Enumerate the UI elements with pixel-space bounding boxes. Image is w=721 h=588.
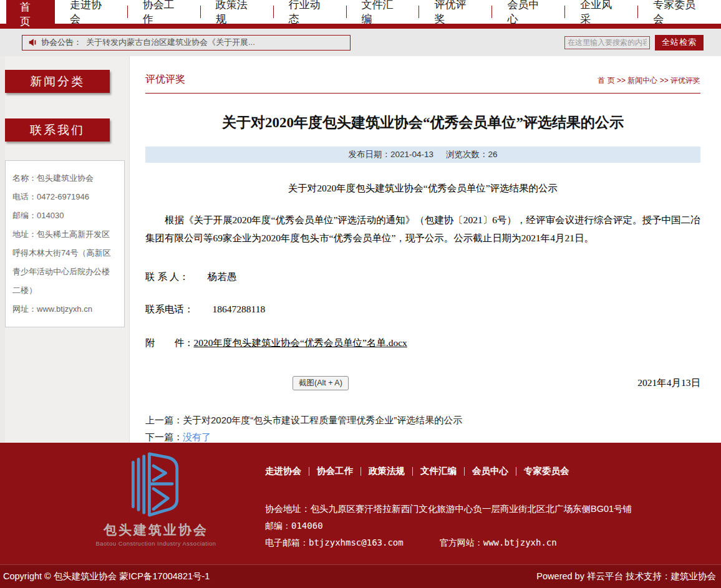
nav-item-industry-news[interactable]: 行业动态	[274, 0, 346, 24]
footer-email: btjzyxhmsc@163.com	[309, 537, 404, 547]
article-meta-bar: 发布日期：2021-04-13 浏览次数：26	[145, 147, 700, 163]
next-label: 下一篇：	[145, 431, 183, 442]
section-title: 评优评奖	[145, 73, 185, 86]
footer-link-association-work[interactable]: 协会工作	[317, 465, 353, 477]
footer-contact-line: 电子邮箱：btjzyxhmsc@163.com官方网站：www.btjzyxh.…	[265, 537, 708, 549]
footer-site-label: 官方网站：	[440, 537, 483, 547]
contact-phone-line: 联系电话：18647288118	[145, 303, 700, 316]
contact-phone-value: 18647288118	[213, 304, 266, 314]
footer-site: www.btjzyxh.cn	[483, 537, 557, 547]
article-body-heading: 关于对2020年度包头建筑业协会“优秀会员单位”评选结果的公示	[145, 182, 700, 195]
footer-link-separator	[516, 467, 516, 476]
footer-link-separator	[412, 467, 413, 476]
footer-info: 走进协会 协会工作 政策法规 文件汇编 会员中心 专家委员会 协会地址：包头九原…	[265, 465, 708, 549]
contact-name: 名称：包头建筑业协会	[12, 169, 117, 188]
contact-info-card: 名称：包头建筑业协会 电话：0472-6971946 邮编：014030 地址：…	[5, 160, 125, 327]
announcement-ticker[interactable]: 协会公告： 关于转发内蒙古自治区建筑业协会《关于开展...	[22, 35, 351, 51]
sidebar: 新闻分类 联系我们 名称：包头建筑业协会 电话：0472-6971946 邮编：…	[5, 56, 130, 443]
attachment-line: 附 件：2020年度包头建筑业协会“优秀会员单位”名单.docx	[145, 337, 700, 350]
nav-item-policies[interactable]: 政策法规	[201, 0, 273, 24]
nav-item-documents[interactable]: 文件汇编	[347, 0, 419, 24]
nav-item-enterprise-style[interactable]: 企业风采	[565, 0, 637, 24]
contact-phone-label: 联系电话：	[145, 304, 194, 314]
article-sign-date: 2021年4月13日	[637, 377, 700, 390]
footer-logo-subtitle: Baotou Construction Industry Association	[94, 540, 218, 547]
previous-article-link[interactable]: 关于对2020年度“包头市建设工程质量管理优秀企业”评选结果的公示	[183, 415, 462, 425]
contact-person-line: 联 系 人：杨若愚	[145, 271, 700, 284]
nav-item-member-center[interactable]: 会员中心	[492, 0, 564, 24]
left-gutter	[0, 56, 5, 443]
content-area: 新闻分类 联系我们 名称：包头建筑业协会 电话：0472-6971946 邮编：…	[0, 56, 721, 443]
nav-item-about[interactable]: 走进协会	[55, 0, 127, 24]
footer-logo: 包头建筑业协会 Baotou Construction Industry Ass…	[94, 450, 218, 547]
previous-article-line: 上一篇：关于对2020年度“包头市建设工程质量管理优秀企业”评选结果的公示	[145, 412, 700, 428]
sidebar-contact-button[interactable]: 联系我们	[5, 118, 110, 142]
footer-link-expert-committee[interactable]: 专家委员会	[524, 465, 569, 477]
attachment-link[interactable]: 2020年度包头建筑业协会“优秀会员单位”名单.docx	[194, 337, 407, 348]
view-count: 浏览次数：26	[446, 149, 498, 160]
site-search-button[interactable]: 全站检索	[655, 35, 704, 51]
main-menu: 首页 走进协会 协会工作 政策法规 行业动态 文件汇编 评优评奖 会员中心 企业…	[0, 0, 721, 24]
top-navigation: 首页 走进协会 协会工作 政策法规 行业动态 文件汇编 评优评奖 会员中心 企业…	[0, 0, 721, 29]
article-paragraph: 根据《关于开展2020年度“优秀会员单位”评选活动的通知》（包建协〔2021〕6…	[145, 211, 700, 248]
search-area: 全站检索	[564, 35, 704, 51]
contact-website: 网址：www.btjzyxh.cn	[12, 300, 117, 319]
contact-address: 地址：包头稀土高新开发区呼得木林大街74号（高新区青少年活动中心后院办公楼二楼）	[12, 225, 117, 300]
contact-person-value: 杨若愚	[208, 271, 237, 282]
footer-link-separator	[360, 467, 361, 476]
copyright-bar: Copyright © 包头建筑业协会 蒙ICP备17004821号-1 Pow…	[0, 564, 721, 588]
announcement-text: 关于转发内蒙古自治区建筑业协会《关于开展...	[86, 37, 255, 48]
copyright-text: Copyright © 包头建筑业协会 蒙ICP备17004821号-1	[3, 571, 210, 582]
contact-phone: 电话：0472-6971946	[12, 188, 117, 206]
search-input[interactable]	[564, 36, 650, 49]
footer: 包头建筑业协会 Baotou Construction Industry Ass…	[0, 443, 721, 564]
powered-by-text: Powered by 祥云平台 技术支持：建筑业协会	[536, 571, 716, 582]
screenshot-row: 截图(Alt + A) 2021年4月13日	[145, 376, 700, 390]
footer-link-separator	[464, 467, 465, 476]
announcement-label: 协会公告：	[41, 37, 82, 48]
footer-email-label: 电子邮箱：	[265, 537, 309, 547]
next-article-link[interactable]: 没有了	[183, 431, 211, 442]
contact-person-label: 联 系 人：	[145, 271, 189, 282]
footer-link-member-center[interactable]: 会员中心	[472, 465, 508, 477]
nav-item-association-work[interactable]: 协会工作	[128, 0, 200, 24]
publish-date: 发布日期：2021-04-13	[348, 149, 433, 160]
announcement-bar: 协会公告： 关于转发内蒙古自治区建筑业协会《关于开展... 全站检索	[0, 29, 721, 56]
attachment-label: 附 件：	[145, 337, 194, 348]
footer-links: 走进协会 协会工作 政策法规 文件汇编 会员中心 专家委员会	[265, 465, 708, 477]
section-header: 评优评奖 首 页 >> 新闻中心 >> 评优评奖	[145, 56, 700, 94]
association-logo-icon	[123, 450, 188, 518]
speaker-icon	[28, 38, 37, 47]
prev-next-navigation: 上一篇：关于对2020年度“包头市建设工程质量管理优秀企业”评选结果的公示 下一…	[145, 412, 700, 445]
footer-link-documents[interactable]: 文件汇编	[420, 465, 457, 477]
footer-link-separator	[309, 467, 309, 476]
footer-address: 协会地址：包头九原区赛汗塔拉新西门文化旅游中心负一层商业街北区北广场东侧BG01…	[265, 503, 708, 515]
article-panel: 评优评奖 首 页 >> 新闻中心 >> 评优评奖 关于对2020年度包头建筑业协…	[145, 56, 700, 445]
nav-item-home[interactable]: 首页	[6, 0, 55, 29]
footer-link-about[interactable]: 走进协会	[265, 465, 301, 477]
article-title: 关于对2020年度包头建筑业协会“优秀会员单位”评选结果的公示	[145, 113, 700, 132]
page: 首页 走进协会 协会工作 政策法规 行业动态 文件汇编 评优评奖 会员中心 企业…	[0, 0, 721, 588]
breadcrumb[interactable]: 首 页 >> 新闻中心 >> 评优评奖	[598, 75, 700, 86]
contact-zip: 邮编：014030	[12, 206, 117, 225]
footer-logo-title: 包头建筑业协会	[94, 521, 218, 539]
previous-label: 上一篇：	[145, 415, 183, 425]
footer-zip: 邮编：014060	[265, 521, 708, 532]
screenshot-button[interactable]: 截图(Alt + A)	[293, 376, 349, 390]
footer-link-policies[interactable]: 政策法规	[369, 465, 405, 477]
nav-item-expert-committee[interactable]: 专家委员会	[638, 0, 721, 24]
nav-item-awards[interactable]: 评优评奖	[419, 0, 491, 24]
sidebar-news-category-button[interactable]: 新闻分类	[5, 70, 110, 93]
